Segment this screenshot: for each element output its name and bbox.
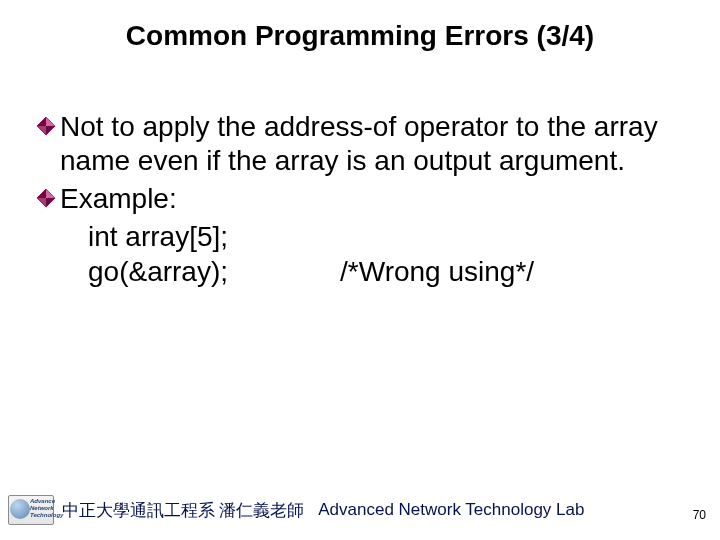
code-line: int array[5];: [88, 220, 684, 254]
bullet-text: Not to apply the address-of operator to …: [60, 110, 684, 178]
slide-body: Not to apply the address-of operator to …: [36, 110, 684, 289]
logo-text: Advance Network Technology: [30, 498, 63, 519]
code-call: go(&array);: [88, 255, 228, 289]
bullet-text: Example:: [60, 182, 177, 216]
globe-icon: [10, 499, 30, 519]
page-number: 70: [693, 508, 706, 522]
bullet-item: Not to apply the address-of operator to …: [36, 110, 684, 178]
slide: Common Programming Errors (3/4) Not to a…: [0, 0, 720, 540]
svg-marker-2: [37, 126, 46, 135]
diamond-bullet-icon: [36, 188, 56, 208]
slide-footer: Advance Network Technology 中正大學通訊工程系 潘仁義…: [0, 490, 720, 530]
diamond-bullet-icon: [36, 116, 56, 136]
code-comment: /*Wrong using*/: [340, 255, 534, 289]
svg-marker-1: [46, 117, 55, 126]
slide-title: Common Programming Errors (3/4): [0, 20, 720, 52]
footer-en-text: Advanced Network Technology Lab: [318, 500, 584, 520]
code-line: go(&array); /*Wrong using*/: [36, 255, 684, 289]
footer-cn-text: 中正大學通訊工程系 潘仁義老師: [62, 499, 304, 522]
bullet-item: Example:: [36, 182, 684, 216]
lab-logo: Advance Network Technology: [8, 495, 54, 525]
